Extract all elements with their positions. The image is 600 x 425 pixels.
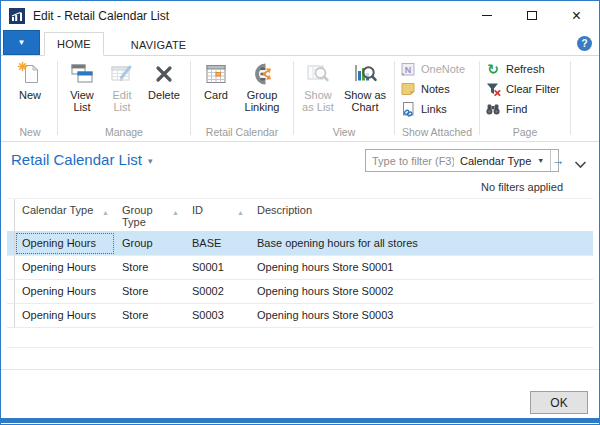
ribbon-group-manage: View List Edit List	[59, 56, 189, 141]
card-icon	[203, 61, 229, 87]
ribbon-separator	[293, 61, 294, 135]
cell-id[interactable]: S0001	[185, 256, 250, 279]
cell-group-type[interactable]: Group	[115, 232, 185, 255]
column-header-calendar-type[interactable]: Calendar Type ▲	[15, 199, 115, 231]
edit-list-icon	[109, 61, 135, 87]
cell-id[interactable]: S0002	[185, 280, 250, 303]
application-menu-button[interactable]: ▼	[3, 30, 40, 55]
caret-down-icon: ▼	[537, 157, 544, 164]
caret-down-icon: ▼	[18, 38, 26, 47]
cell-id[interactable]: S0003	[185, 304, 250, 327]
row-selector-gutter[interactable]	[7, 304, 15, 327]
links-label: Links	[421, 103, 447, 115]
table-row[interactable]: Opening Hours Group BASE Base opening ho…	[7, 232, 593, 256]
onenote-icon: N	[400, 61, 416, 77]
row-selector-gutter[interactable]	[7, 232, 15, 255]
column-header-description[interactable]: Description	[250, 199, 593, 231]
close-button[interactable]: ×	[554, 1, 599, 30]
tab-home[interactable]: HOME	[44, 32, 104, 56]
row-selector-gutter[interactable]	[7, 256, 15, 279]
ribbon-group-page: ↻ Refresh Clear Filter	[481, 56, 569, 141]
group-linking-button[interactable]: Group Linking	[236, 59, 288, 113]
table-header-row: Calendar Type ▲ Group Type ▲ ID ▲ Descri…	[7, 199, 593, 232]
maximize-button[interactable]	[509, 1, 554, 30]
cell-description[interactable]: Opening hours Store S0002	[250, 280, 593, 303]
filter-column-selector[interactable]: Calendar Type ▼	[454, 155, 550, 167]
new-button-label: New	[19, 89, 41, 101]
column-header-group-type[interactable]: Group Type ▲	[115, 199, 185, 231]
clear-filter-button[interactable]: Clear Filter	[485, 81, 567, 97]
cell-calendar-type[interactable]: Opening Hours	[15, 280, 115, 303]
view-list-button[interactable]: View List	[62, 59, 102, 113]
minimize-icon	[482, 15, 492, 16]
delete-button[interactable]: Delete	[142, 59, 186, 101]
cell-group-type[interactable]: Store	[115, 280, 185, 303]
column-header-label: Description	[257, 204, 312, 216]
notes-button[interactable]: Notes	[400, 81, 476, 97]
card-button[interactable]: Card	[196, 59, 236, 101]
minimize-button[interactable]	[464, 1, 509, 30]
header-gutter	[7, 199, 15, 231]
cell-group-type[interactable]: Store	[115, 256, 185, 279]
ribbon-separator	[190, 61, 191, 135]
column-header-label: Group Type	[122, 204, 172, 228]
cell-id[interactable]: BASE	[185, 232, 250, 255]
table-row[interactable]: Opening Hours Store S0002 Opening hours …	[7, 280, 593, 304]
cell-description[interactable]: Base opening hours for all stores	[250, 232, 593, 255]
refresh-icon: ↻	[485, 62, 501, 76]
group-linking-icon	[249, 61, 275, 87]
help-icon[interactable]: ?	[577, 36, 592, 51]
page-content: Retail Calendar List ▾ Calendar Type ▼ →…	[1, 142, 599, 423]
ribbon-separator	[479, 61, 480, 135]
ribbon-separator	[394, 61, 395, 135]
view-list-label: View List	[64, 89, 100, 113]
sort-asc-icon: ▲	[102, 204, 111, 219]
show-as-chart-button[interactable]: Show as Chart	[339, 59, 391, 113]
ok-button[interactable]: OK	[530, 391, 588, 414]
ribbon-separator	[57, 61, 58, 135]
show-as-chart-label: Show as Chart	[341, 89, 389, 113]
cell-calendar-type[interactable]: Opening Hours	[15, 232, 115, 255]
ribbon-group-new: New New	[4, 56, 56, 141]
app-chart-icon	[9, 8, 25, 24]
table-row[interactable]: Opening Hours Store S0001 Opening hours …	[7, 256, 593, 280]
maximize-icon	[527, 11, 537, 20]
refresh-label: Refresh	[506, 63, 545, 75]
empty-row	[7, 328, 593, 348]
window-bottom-border	[1, 418, 599, 423]
links-button[interactable]: Links	[400, 101, 476, 117]
cell-calendar-type[interactable]: Opening Hours	[15, 256, 115, 279]
cell-group-type[interactable]: Store	[115, 304, 185, 327]
show-as-list-label: Show as List	[299, 89, 337, 113]
filter-input[interactable]	[366, 155, 454, 167]
window-title: Edit - Retail Calendar List	[33, 9, 169, 23]
row-selector-gutter[interactable]	[7, 280, 15, 303]
ribbon-separator	[570, 61, 571, 135]
ribbon: New New View List	[1, 56, 599, 142]
find-button[interactable]: Find	[485, 101, 567, 117]
cell-description[interactable]: Opening hours Store S0003	[250, 304, 593, 327]
page-title-dropdown[interactable]: Retail Calendar List ▾	[11, 151, 152, 168]
cell-description[interactable]: Opening hours Store S0001	[250, 256, 593, 279]
ribbon-group-view: Show as List Show as Chart View	[295, 56, 393, 141]
filter-status: No filters applied	[481, 181, 563, 193]
show-as-list-icon	[305, 61, 331, 87]
tab-navigate[interactable]: NAVIGATE	[115, 34, 203, 56]
apply-filter-button[interactable]: →	[550, 150, 564, 171]
refresh-button[interactable]: ↻ Refresh	[485, 61, 567, 77]
table-row[interactable]: Opening Hours Store S0003 Opening hours …	[7, 304, 593, 328]
new-button[interactable]: New	[8, 59, 52, 101]
column-header-label: ID	[192, 204, 203, 216]
ribbon-group-label-show-attached: Show Attached	[396, 126, 478, 141]
onenote-button[interactable]: N OneNote	[400, 61, 476, 77]
expand-filter-pane-button[interactable]	[574, 155, 587, 173]
window-edit-retail-calendar-list: Edit - Retail Calendar List × ▼ HOME NAV…	[0, 0, 600, 425]
show-as-list-button[interactable]: Show as List	[297, 59, 339, 113]
notes-icon	[400, 81, 416, 97]
cell-calendar-type[interactable]: Opening Hours	[15, 304, 115, 327]
column-header-id[interactable]: ID ▲	[185, 199, 250, 231]
sort-asc-icon: ▲	[172, 204, 181, 219]
edit-list-button[interactable]: Edit List	[102, 59, 142, 113]
caret-down-icon: ▾	[148, 154, 153, 166]
ribbon-group-retail-calendar: Card Group Linking R	[192, 56, 292, 141]
